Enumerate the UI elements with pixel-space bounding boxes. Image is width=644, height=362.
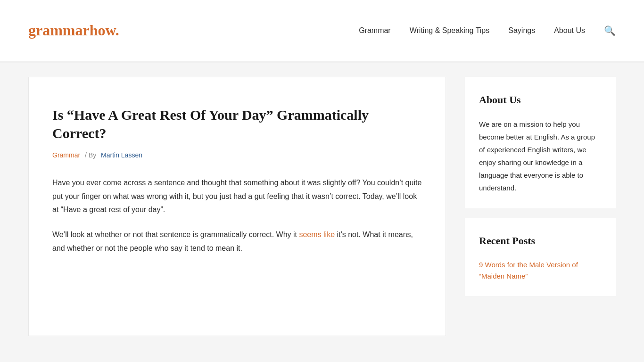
about-us-title: About Us bbox=[479, 91, 602, 108]
about-us-text: We are on a mission to help you become b… bbox=[479, 118, 602, 194]
paragraph2-before-link: We’ll look at whether or not that senten… bbox=[52, 230, 297, 239]
nav-grammar[interactable]: Grammar bbox=[359, 24, 391, 37]
recent-posts-title: Recent Posts bbox=[479, 232, 602, 249]
site-logo[interactable]: grammarhow. bbox=[28, 17, 119, 43]
article-author[interactable]: Martin Lassen bbox=[101, 151, 142, 159]
nav-about-us[interactable]: About Us bbox=[554, 24, 585, 37]
sidebar: About Us We are on a mission to help you… bbox=[465, 77, 616, 336]
main-article: Is “Have A Great Rest Of Your Day” Gramm… bbox=[28, 77, 446, 336]
recent-posts-section: Recent Posts 9 Words for the Male Versio… bbox=[465, 218, 616, 296]
article-title: Is “Have A Great Rest Of Your Day” Gramm… bbox=[52, 106, 422, 142]
logo-text: grammarhow bbox=[28, 22, 116, 39]
page-background: Is “Have A Great Rest Of Your Day” Gramm… bbox=[0, 63, 644, 362]
nav-writing-speaking-tips[interactable]: Writing & Speaking Tips bbox=[410, 24, 490, 37]
article-body: Have you ever come across a sentence and… bbox=[52, 176, 422, 255]
meta-separator: / By bbox=[85, 151, 96, 159]
main-nav: Grammar Writing & Speaking Tips Sayings … bbox=[359, 24, 616, 37]
search-button[interactable]: 🔍 bbox=[604, 25, 616, 36]
logo-dot: . bbox=[116, 22, 119, 39]
about-us-section: About Us We are on a mission to help you… bbox=[465, 77, 616, 208]
site-header: grammarhow. Grammar Writing & Speaking T… bbox=[0, 0, 644, 61]
article-paragraph-2: We’ll look at whether or not that senten… bbox=[52, 228, 422, 255]
recent-post-link-0[interactable]: 9 Words for the Male Version of “Maiden … bbox=[479, 259, 602, 282]
nav-sayings[interactable]: Sayings bbox=[508, 24, 535, 37]
article-meta: Grammar / By Martin Lassen bbox=[52, 150, 422, 161]
search-icon: 🔍 bbox=[604, 25, 616, 36]
seems-like-link[interactable]: seems like bbox=[299, 230, 335, 239]
article-category[interactable]: Grammar bbox=[52, 151, 80, 159]
content-layout: Is “Have A Great Rest Of Your Day” Gramm… bbox=[28, 77, 616, 336]
article-paragraph-1: Have you ever come across a sentence and… bbox=[52, 176, 422, 217]
